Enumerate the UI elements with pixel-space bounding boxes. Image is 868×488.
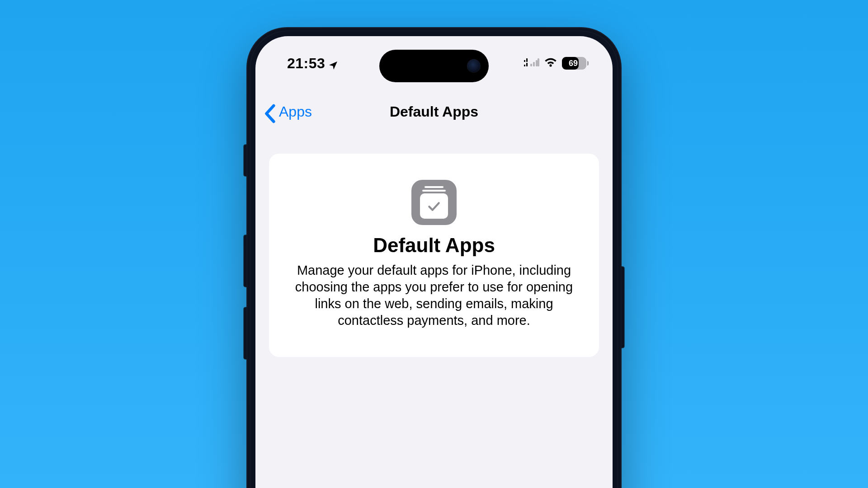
card-title: Default Apps xyxy=(292,234,576,257)
status-time: 21:53 xyxy=(287,55,325,72)
cellular-dual-sim-icon xyxy=(524,57,539,69)
svg-rect-4 xyxy=(530,64,532,66)
wifi-icon xyxy=(544,57,557,69)
battery-indicator: 69 xyxy=(562,57,586,70)
front-camera-icon xyxy=(467,59,481,73)
iphone-frame: 21:53 xyxy=(246,27,622,488)
chevron-left-icon xyxy=(264,103,278,120)
info-card: Default Apps Manage your default apps fo… xyxy=(269,154,599,357)
location-icon xyxy=(328,58,339,69)
content-area: Default Apps Manage your default apps fo… xyxy=(269,154,599,488)
svg-rect-3 xyxy=(526,63,528,66)
svg-rect-5 xyxy=(533,62,535,66)
svg-rect-7 xyxy=(538,58,539,66)
svg-rect-0 xyxy=(524,60,525,62)
dynamic-island[interactable] xyxy=(379,50,489,82)
svg-rect-6 xyxy=(536,60,538,66)
nav-bar: Apps Default Apps xyxy=(255,96,613,127)
card-description: Manage your default apps for iPhone, inc… xyxy=(292,262,576,329)
side-button-volume-down xyxy=(244,307,246,359)
back-button[interactable]: Apps xyxy=(264,103,312,120)
svg-rect-2 xyxy=(524,65,525,66)
svg-rect-1 xyxy=(526,58,528,62)
status-left: 21:53 xyxy=(287,55,339,72)
battery-percent: 69 xyxy=(562,59,586,68)
back-label: Apps xyxy=(279,103,312,120)
side-button-power xyxy=(622,267,624,348)
screen: 21:53 xyxy=(255,36,613,488)
status-right: 69 xyxy=(524,57,586,70)
side-button-volume-up xyxy=(244,235,246,287)
default-apps-icon xyxy=(411,180,457,225)
side-button-silent xyxy=(244,145,246,176)
